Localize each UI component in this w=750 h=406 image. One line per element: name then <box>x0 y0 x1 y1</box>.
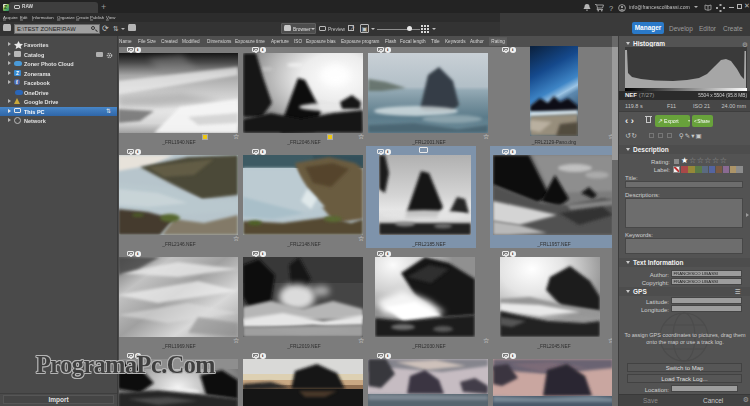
svg-text:?: ? <box>609 4 613 13</box>
